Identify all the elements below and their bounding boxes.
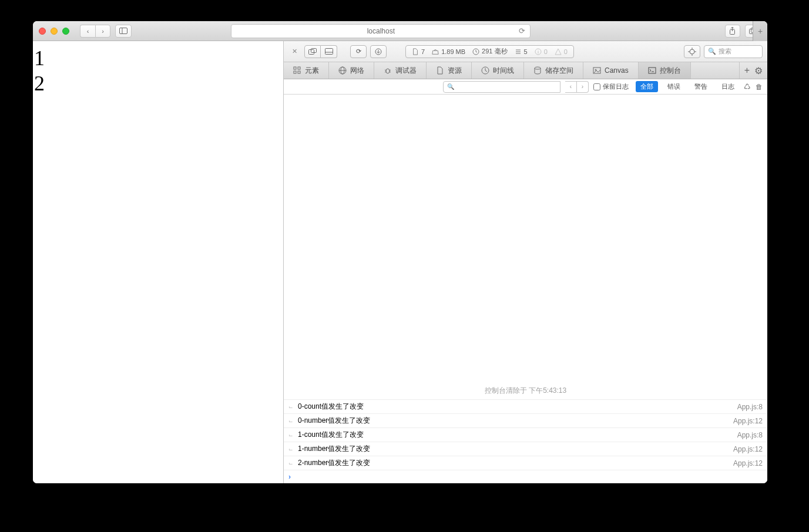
log-message: 1-count值发生了改变	[298, 430, 737, 440]
tab-canvas[interactable]: Canvas	[583, 62, 639, 79]
log-source[interactable]: App.js:12	[733, 417, 763, 425]
page-text-line: 1	[33, 46, 283, 71]
settings-icon[interactable]: ⚙	[754, 65, 763, 76]
recycle-icon[interactable]: ♺	[744, 82, 751, 91]
back-button[interactable]: ‹	[80, 25, 95, 38]
devtools-tabs: 元素 网络 调试器 资源 时间线 储存空间 Canvas 控制台 + ⚙	[284, 62, 767, 79]
stat-size: 1.89 MB	[428, 48, 469, 55]
stat-logs: 5	[511, 48, 531, 55]
tab-timeline[interactable]: 时间线	[472, 62, 524, 79]
forward-button[interactable]: ›	[95, 25, 110, 38]
filter-warning[interactable]: 警告	[690, 81, 712, 92]
log-indent-icon: ⌙	[288, 460, 294, 466]
chevron-left-icon: ‹	[87, 28, 89, 35]
console-log-row[interactable]: ⌙1-number值发生了改变App.js:12	[284, 442, 767, 456]
minimize-window-button[interactable]	[51, 28, 58, 35]
console-prompt[interactable]: ›	[284, 470, 767, 483]
dock-popout-button[interactable]	[304, 45, 321, 58]
log-message: 1-number值发生了改变	[298, 444, 733, 454]
chevron-right-icon: ›	[102, 28, 104, 35]
close-window-button[interactable]	[39, 28, 46, 35]
tab-storage[interactable]: 储存空间	[524, 62, 583, 79]
tab-debugger[interactable]: 调试器	[374, 62, 427, 79]
console-log-row[interactable]: ⌙1-count值发生了改变App.js:8	[284, 427, 767, 442]
devtools-search[interactable]: 🔍 搜索	[704, 45, 763, 58]
close-icon: ✕	[292, 48, 297, 55]
tab-resources[interactable]: 资源	[427, 62, 472, 79]
clock-icon	[481, 66, 489, 75]
trash-icon[interactable]: 🗑	[756, 83, 763, 91]
prompt-icon: ›	[288, 473, 291, 481]
list-icon	[515, 48, 522, 55]
search-placeholder: 搜索	[719, 47, 731, 56]
target-icon	[688, 48, 696, 56]
filter-error[interactable]: 错误	[663, 81, 685, 92]
window-controls	[39, 28, 69, 35]
log-source[interactable]: App.js:12	[733, 459, 763, 467]
keep-log-checkbox[interactable]: 保留日志	[593, 82, 629, 91]
console-log-row[interactable]: ⌙0-count值发生了改变App.js:8	[284, 399, 767, 413]
filter-pills: 全部 错误 警告 日志 ♺ 🗑	[636, 81, 763, 92]
svg-point-31	[386, 69, 390, 73]
plus-icon: +	[758, 26, 763, 36]
log-source[interactable]: App.js:8	[737, 403, 763, 411]
reload-icon[interactable]: ⟳	[519, 26, 525, 35]
nav-back-forward: ‹ ›	[80, 25, 110, 38]
add-tab-button[interactable]: +	[744, 65, 750, 76]
devtools-toolbar: ✕ ⟳ 7 1.89 MB 291 毫秒 5 0 0	[284, 41, 767, 62]
popout-icon	[308, 48, 317, 55]
warning-icon	[555, 48, 562, 55]
share-button[interactable]	[725, 25, 740, 38]
image-icon	[593, 66, 601, 75]
svg-rect-24	[294, 67, 296, 69]
browser-window: ‹ › localhost ⟳ + 1 2 ✕	[33, 21, 767, 483]
svg-rect-25	[298, 67, 300, 69]
log-source[interactable]: App.js:12	[733, 445, 763, 453]
console-filterbar: 🔍 ‹ › 保留日志 全部 错误 警告 日志 ♺ 🗑	[284, 79, 767, 95]
filter-prev-button[interactable]: ‹	[565, 81, 577, 93]
elements-icon	[293, 66, 301, 75]
log-indent-icon: ⌙	[288, 446, 294, 452]
titlebar: ‹ › localhost ⟳	[33, 21, 767, 41]
reload-button[interactable]: ⟳	[350, 45, 367, 58]
search-icon: 🔍	[447, 83, 454, 90]
console-scroll[interactable]: 控制台清除于 下午5:43:13 ⌙0-count值发生了改变App.js:8⌙…	[284, 95, 767, 483]
sidebar-button[interactable]	[115, 25, 132, 38]
tab-console[interactable]: 控制台	[639, 62, 691, 79]
filter-nav: ‹ ›	[565, 81, 589, 93]
filter-log[interactable]: 日志	[717, 81, 739, 92]
svg-point-18	[538, 50, 538, 50]
file-icon	[412, 48, 419, 55]
log-indent-icon: ⌙	[288, 432, 294, 438]
log-message: 0-number值发生了改变	[298, 416, 733, 426]
console-filter-input[interactable]: 🔍	[443, 81, 560, 93]
new-tab-button[interactable]: +	[753, 21, 767, 41]
svg-point-37	[535, 67, 541, 69]
svg-point-19	[690, 49, 694, 54]
network-icon	[338, 66, 347, 75]
page-viewport: 1 2	[33, 41, 283, 483]
maximize-window-button[interactable]	[62, 28, 69, 35]
weight-icon	[432, 48, 439, 55]
close-devtools-button[interactable]: ✕	[288, 45, 301, 58]
svg-rect-0	[120, 28, 127, 34]
log-source[interactable]: App.js:8	[737, 431, 763, 439]
filter-next-button[interactable]: ›	[577, 81, 589, 93]
database-icon	[533, 66, 542, 75]
tab-network[interactable]: 网络	[329, 62, 374, 79]
download-button[interactable]	[370, 45, 387, 58]
download-icon	[375, 48, 382, 55]
stat-files: 7	[408, 48, 428, 55]
keep-log-input[interactable]	[593, 83, 600, 90]
inspect-button[interactable]	[684, 45, 700, 58]
tab-elements[interactable]: 元素	[284, 62, 329, 79]
console-log-row[interactable]: ⌙2-number值发生了改变App.js:12	[284, 456, 767, 470]
stat-time: 291 毫秒	[469, 47, 511, 56]
filter-all[interactable]: 全部	[636, 81, 658, 92]
console-log-row[interactable]: ⌙0-number值发生了改变App.js:12	[284, 413, 767, 427]
dock-icon	[325, 48, 333, 55]
stats-box: 7 1.89 MB 291 毫秒 5 0 0	[405, 45, 574, 58]
dock-bottom-button[interactable]	[321, 45, 337, 58]
address-bar[interactable]: localhost ⟳	[231, 24, 531, 38]
page-text-line: 2	[33, 71, 283, 96]
